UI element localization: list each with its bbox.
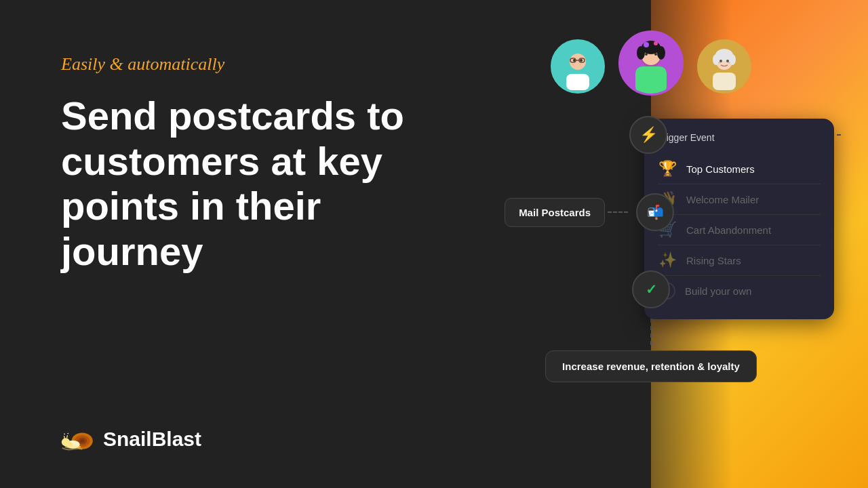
headline-line4: journey — [61, 229, 203, 273]
svg-point-18 — [580, 59, 583, 62]
svg-rect-20 — [580, 64, 581, 65]
welcome-mailer-label: Welcome Mailer — [686, 194, 759, 205]
mail-label-container: Mail Postcards — [461, 198, 636, 227]
trigger-item-rising-stars[interactable]: ✨ Rising Stars — [658, 245, 821, 276]
svg-rect-16 — [566, 74, 589, 90]
trigger-panel-title: Trigger Event — [658, 132, 821, 143]
avatar-3 — [697, 39, 751, 94]
tagline-text: Easily & automatically — [61, 54, 414, 75]
avatar-2 — [618, 30, 684, 96]
avatars-row — [461, 37, 841, 96]
mail-icon: 📬 — [647, 204, 664, 220]
svg-point-10 — [66, 432, 68, 435]
snail-icon — [61, 424, 96, 454]
trigger-node: ⚡ — [629, 116, 667, 154]
avatar-1-img — [554, 43, 601, 90]
build-your-own-label: Build your own — [685, 285, 751, 297]
svg-point-38 — [713, 54, 719, 65]
trigger-item-welcome-mailer[interactable]: 👋 Welcome Mailer — [658, 184, 821, 215]
svg-point-33 — [645, 53, 648, 56]
svg-point-6 — [62, 438, 70, 446]
avatar-2-img — [620, 33, 682, 94]
svg-point-9 — [62, 433, 65, 436]
mail-postcards-label: Mail Postcards — [505, 198, 605, 227]
avatar-1 — [551, 39, 605, 94]
left-section: Easily & automatically Send postcards to… — [61, 54, 414, 274]
svg-point-3 — [80, 439, 85, 443]
svg-point-42 — [726, 60, 729, 62]
svg-rect-40 — [713, 73, 736, 90]
check-node: ✓ — [632, 270, 670, 308]
svg-point-41 — [719, 60, 722, 62]
headline-line3: points in their — [61, 184, 321, 228]
headline-line2: customers at key — [61, 139, 382, 183]
result-box: Increase revenue, retention & loyalty — [545, 350, 757, 382]
svg-rect-32 — [635, 66, 667, 94]
result-label: Increase revenue, retention & loyalty — [562, 361, 740, 372]
svg-point-13 — [64, 445, 81, 449]
trigger-item-top-customers[interactable]: 🏆 Top Customers — [658, 154, 821, 184]
svg-point-11 — [64, 434, 65, 435]
lightning-icon: ⚡ — [639, 126, 658, 144]
svg-point-39 — [729, 54, 736, 65]
svg-point-34 — [654, 53, 657, 56]
mail-connector — [608, 211, 628, 213]
svg-point-12 — [67, 433, 68, 434]
trigger-item-cart-abandonment[interactable]: 🛒 Cart Abandonment — [658, 215, 821, 245]
star-icon: ✨ — [658, 251, 677, 269]
rising-stars-label: Rising Stars — [686, 255, 741, 266]
svg-point-30 — [644, 42, 649, 47]
svg-point-28 — [637, 46, 645, 60]
headline-line1: Send postcards to — [61, 94, 404, 138]
logo-text: SnailBlast — [103, 428, 201, 451]
cart-abandonment-label: Cart Abandonment — [686, 224, 771, 236]
trigger-item-build-your-own[interactable]: + Build your own — [658, 276, 821, 306]
svg-point-31 — [654, 41, 658, 45]
mail-node: 📬 — [636, 193, 674, 231]
check-icon: ✓ — [646, 281, 657, 298]
headline: Send postcards to customers at key point… — [61, 94, 414, 274]
top-customers-label: Top Customers — [686, 163, 755, 175]
svg-point-29 — [657, 46, 665, 60]
logo: SnailBlast — [61, 424, 201, 454]
trophy-icon: 🏆 — [658, 160, 677, 178]
avatar-3-img — [701, 43, 748, 90]
